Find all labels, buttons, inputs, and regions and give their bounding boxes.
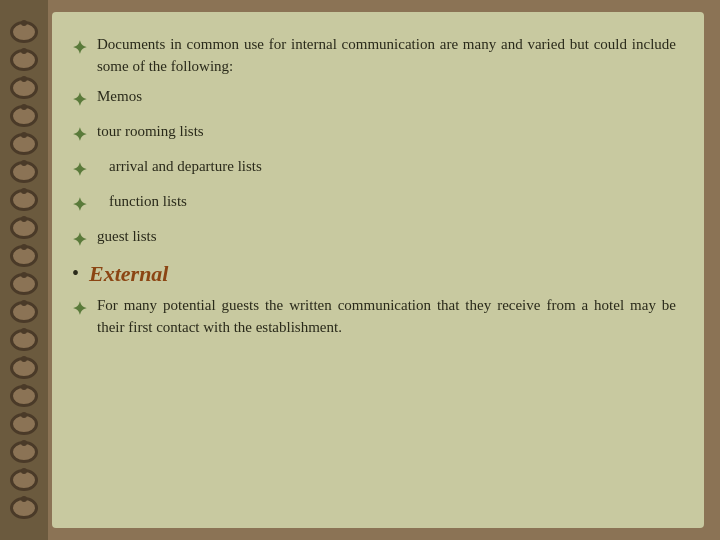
list-item: ✦ guest lists (72, 226, 676, 253)
bullet-icon: ✦ (72, 227, 87, 253)
spiral-ring (10, 413, 38, 435)
item-text: tour rooming lists (97, 121, 676, 143)
bullet-icon: ✦ (72, 157, 87, 183)
item-text: arrival and departure lists (97, 156, 676, 178)
spiral-ring (10, 357, 38, 379)
list-item: ✦ For many potential guests the written … (72, 295, 676, 339)
item-text: For many potential guests the written co… (97, 295, 676, 339)
spiral-ring (10, 329, 38, 351)
spiral-ring (10, 21, 38, 43)
spiral-ring (10, 497, 38, 519)
spiral-ring (10, 301, 38, 323)
spiral-ring (10, 189, 38, 211)
bullet-icon: ✦ (72, 192, 87, 218)
list-item: ✦ Documents in common use for internal c… (72, 34, 676, 78)
spiral-ring (10, 217, 38, 239)
item-text: Documents in common use for internal com… (97, 34, 676, 78)
external-heading: • External (72, 261, 676, 287)
spiral-ring (10, 273, 38, 295)
item-text: Memos (97, 86, 676, 108)
bullet-icon: ✦ (72, 122, 87, 148)
spiral-ring (10, 49, 38, 71)
bullet-icon: ✦ (72, 35, 87, 61)
list-item: ✦ function lists (72, 191, 676, 218)
spiral-ring (10, 161, 38, 183)
list-item: ✦ Memos (72, 86, 676, 113)
spiral-ring (10, 105, 38, 127)
spiral-ring (10, 133, 38, 155)
content-page: ✦ Documents in common use for internal c… (52, 12, 704, 528)
external-dot-icon: • (72, 262, 79, 285)
item-text: function lists (97, 191, 676, 213)
spiral-ring (10, 385, 38, 407)
spiral-binding (0, 0, 48, 540)
spiral-ring (10, 469, 38, 491)
spiral-ring (10, 245, 38, 267)
item-text: guest lists (97, 226, 676, 248)
bullet-icon: ✦ (72, 296, 87, 322)
spiral-ring (10, 441, 38, 463)
list-item: ✦ arrival and departure lists (72, 156, 676, 183)
list-item: ✦ tour rooming lists (72, 121, 676, 148)
spiral-ring (10, 77, 38, 99)
external-label: External (89, 261, 168, 287)
bullet-icon: ✦ (72, 87, 87, 113)
